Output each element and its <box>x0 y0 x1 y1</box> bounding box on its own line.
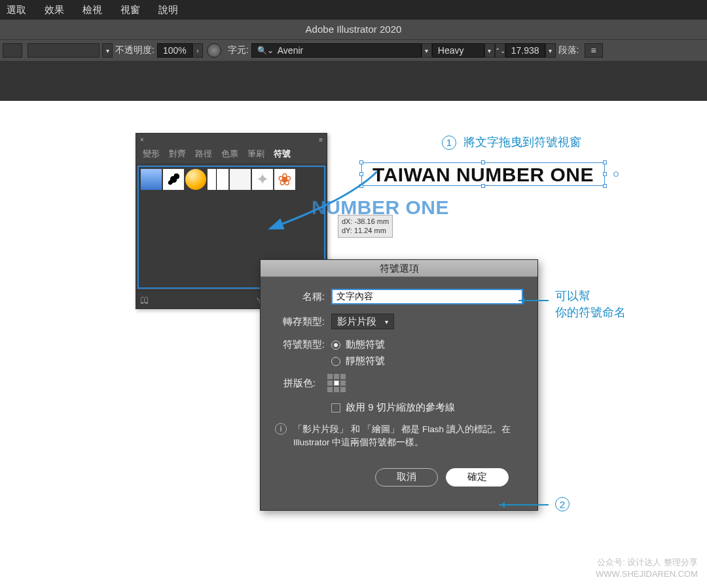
chevron-down-icon: ▾ <box>385 318 388 325</box>
handle-bl[interactable] <box>359 184 363 188</box>
annotation-step1-text: 將文字拖曳到符號視窗 <box>463 136 581 149</box>
panel-menu-icon[interactable]: ≡ <box>319 136 323 143</box>
menu-effects[interactable]: 效果 <box>45 4 64 16</box>
font-family-dropdown[interactable]: ▾ <box>422 43 432 58</box>
ok-button[interactable]: 確定 <box>446 468 509 487</box>
export-type-label: 轉存類型: <box>275 316 325 328</box>
registration-label: 拼版色: <box>275 377 316 390</box>
name-label: 名稱: <box>275 291 325 303</box>
handle-bm[interactable] <box>481 184 485 188</box>
credit-line2: WWW.SHEJIDAREN.COM <box>596 568 698 580</box>
annotation-arrow-name <box>518 300 549 301</box>
menu-view[interactable]: 檢視 <box>82 4 102 16</box>
dark-fill <box>0 62 707 101</box>
search-icon: 🔍⌄ <box>257 46 274 55</box>
symbol-thumb-line[interactable] <box>208 169 228 190</box>
symbol-thumb-orb[interactable] <box>185 169 206 190</box>
symbol-thumb-star[interactable] <box>252 169 273 190</box>
font-family-field[interactable]: 🔍⌄ Avenir <box>251 43 422 58</box>
dynamic-radio[interactable] <box>331 340 340 350</box>
paragraph-label: 段落: <box>558 45 579 56</box>
panel-close-icon[interactable]: × <box>140 136 144 143</box>
annotation-naming-line1: 可以幫 <box>555 288 626 304</box>
name-input[interactable] <box>331 289 523 304</box>
tab-symbols[interactable]: 符號 <box>274 148 291 160</box>
library-icon[interactable]: 🕮 <box>140 295 149 305</box>
export-type-value: 影片片段 <box>337 316 376 328</box>
annotation-number-1: 1 <box>442 136 456 150</box>
dialog-title: 符號選項 <box>261 260 537 277</box>
static-radio[interactable] <box>331 357 340 366</box>
static-label: 靜態符號 <box>346 355 385 367</box>
annotation-naming: 可以幫 你的符號命名 <box>555 288 626 321</box>
font-family-value: Avenir <box>278 45 303 56</box>
nine-slice-label: 啟用 9 切片縮放的參考線 <box>346 401 455 414</box>
font-weight-dropdown[interactable]: ▾ <box>484 43 495 58</box>
font-weight-field[interactable]: Heavy <box>432 43 484 58</box>
menu-select[interactable]: 選取 <box>7 4 26 16</box>
font-size-stepper[interactable]: ⌃⌄ <box>495 43 505 58</box>
handle-mr[interactable] <box>603 172 607 176</box>
panel-tabs: 變形 對齊 路徑 色票 筆刷 符號 <box>136 145 327 164</box>
paragraph-align-icon[interactable]: ≡ <box>585 43 603 58</box>
credit-text: 公众号: 设计达人 整理分享 WWW.SHEJIDAREN.COM <box>596 557 698 580</box>
character-label: 字元: <box>228 45 249 56</box>
menu-window[interactable]: 視窗 <box>120 4 140 16</box>
canvas-text[interactable]: TAIWAN NUMBER ONE <box>362 163 604 187</box>
registration-grid[interactable] <box>327 374 346 392</box>
panel-header: × ≡ <box>136 134 327 145</box>
drag-dx: dX: -38.16 mm <box>342 217 389 226</box>
opacity-label: 不透明度: <box>115 45 154 56</box>
dialog-body: 名稱: 轉存類型: 影片片段 ▾ 符號類型: 動態符號 靜態符號 拼版色: <box>261 277 537 510</box>
opacity-dropdown[interactable]: › <box>192 43 203 58</box>
symbol-options-dialog: 符號選項 名稱: 轉存類型: 影片片段 ▾ 符號類型: 動態符號 靜態符號 拼版… <box>260 259 538 511</box>
symbol-thumb-gradient[interactable] <box>141 169 162 190</box>
tab-swatches[interactable]: 色票 <box>221 148 238 160</box>
handle-br[interactable] <box>603 184 607 188</box>
fill-swatch-dropdown[interactable]: ▾ <box>102 43 113 58</box>
tab-brushes[interactable]: 筆刷 <box>247 148 264 160</box>
swatch-none[interactable] <box>3 43 22 58</box>
opacity-value[interactable]: 100% <box>157 43 192 58</box>
font-size-value[interactable]: 17.938 <box>505 43 545 58</box>
text-anchor-icon[interactable] <box>613 172 619 177</box>
menu-help[interactable]: 說明 <box>158 4 178 16</box>
fill-swatch[interactable] <box>27 43 100 58</box>
nine-slice-checkbox[interactable] <box>331 403 340 413</box>
recolor-icon[interactable] <box>207 43 221 58</box>
handle-tr[interactable] <box>603 160 607 164</box>
annotation-arrow-ok <box>499 504 549 505</box>
handle-tm[interactable] <box>481 160 485 164</box>
cancel-button[interactable]: 取消 <box>375 468 438 487</box>
dynamic-label: 動態符號 <box>346 339 385 351</box>
handle-tl[interactable] <box>359 160 363 164</box>
symbol-thumb-flower[interactable] <box>274 169 295 190</box>
menu-bar: 選取 效果 檢視 視窗 說明 <box>0 0 707 20</box>
app-title-bar: Adobe Illustrator 2020 <box>0 20 707 39</box>
annotation-step1: 1 將文字拖曳到符號視窗 <box>442 134 581 150</box>
selected-text-frame[interactable]: TAIWAN NUMBER ONE <box>361 162 605 186</box>
credit-line1: 公众号: 设计达人 整理分享 <box>596 557 698 568</box>
tab-align[interactable]: 對齊 <box>169 148 186 160</box>
info-icon: i <box>275 423 287 435</box>
tab-path[interactable]: 路徑 <box>195 148 212 160</box>
info-text: 「影片片段」 和 「繪圖」 都是 Flash 讀入的標記。在 Illustrat… <box>293 423 523 450</box>
font-size-dropdown[interactable]: ▾ <box>545 43 556 58</box>
drag-delta-tooltip: dX: -38.16 mm dY: 11.24 mm <box>338 215 393 238</box>
symbol-thumb-blank[interactable] <box>230 169 251 190</box>
symbol-type-label: 符號類型: <box>275 339 325 351</box>
annotation-naming-line2: 你的符號命名 <box>555 304 626 321</box>
options-bar: ▾ 不透明度: 100% › 字元: 🔍⌄ Avenir ▾ Heavy ▾ ⌃… <box>0 39 707 62</box>
tab-transform[interactable]: 變形 <box>143 148 160 160</box>
symbol-thumb-ink[interactable] <box>163 169 184 190</box>
drag-dy: dY: 11.24 mm <box>342 226 389 235</box>
handle-ml[interactable] <box>359 172 363 176</box>
annotation-number-2: 2 <box>555 497 570 511</box>
annotation-step2: 2 <box>555 497 573 511</box>
export-type-select[interactable]: 影片片段 ▾ <box>331 314 394 329</box>
